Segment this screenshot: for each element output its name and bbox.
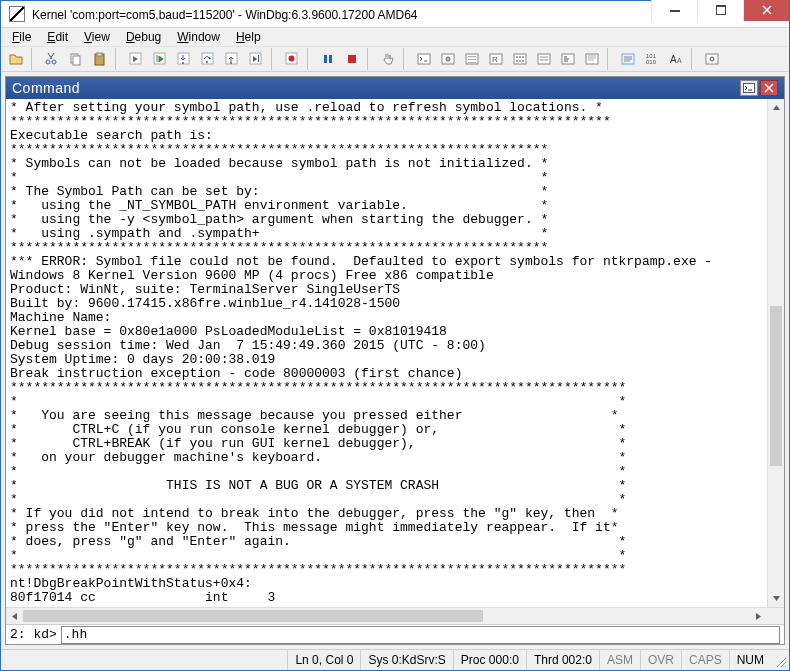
svg-rect-42 bbox=[540, 56, 548, 58]
status-caps: CAPS bbox=[681, 650, 729, 670]
pane-sys-icon[interactable] bbox=[740, 80, 758, 96]
resize-grip-icon[interactable] bbox=[771, 650, 789, 670]
scroll-v-thumb[interactable] bbox=[770, 306, 782, 466]
memory-window-icon[interactable] bbox=[509, 48, 531, 70]
svg-rect-21 bbox=[324, 55, 327, 63]
source-mode-icon[interactable] bbox=[617, 48, 639, 70]
svg-point-27 bbox=[447, 58, 449, 60]
close-button[interactable] bbox=[743, 0, 789, 21]
svg-rect-53 bbox=[744, 84, 755, 93]
svg-text:R: R bbox=[492, 55, 498, 64]
svg-rect-40 bbox=[522, 60, 524, 62]
command-window-icon[interactable] bbox=[413, 48, 435, 70]
scroll-down-icon[interactable] bbox=[768, 590, 784, 607]
go-icon[interactable] bbox=[125, 48, 147, 70]
svg-rect-2 bbox=[716, 5, 726, 7]
font-icon[interactable]: AA bbox=[665, 48, 687, 70]
menu-help[interactable]: Help bbox=[229, 28, 268, 46]
cut-icon[interactable] bbox=[41, 48, 63, 70]
status-num: NUM bbox=[729, 650, 771, 670]
scroll-h-track[interactable] bbox=[23, 608, 750, 624]
copy-icon[interactable] bbox=[65, 48, 87, 70]
svg-point-3 bbox=[46, 60, 50, 64]
scroll-up-icon[interactable] bbox=[768, 99, 784, 116]
callstack-window-icon[interactable] bbox=[533, 48, 555, 70]
status-lncol: Ln 0, Col 0 bbox=[287, 650, 360, 670]
scroll-right-icon[interactable] bbox=[750, 608, 767, 624]
svg-rect-43 bbox=[540, 59, 548, 61]
restart-icon[interactable] bbox=[149, 48, 171, 70]
menu-view[interactable]: View bbox=[77, 28, 117, 46]
svg-rect-35 bbox=[516, 56, 518, 58]
svg-rect-34 bbox=[514, 54, 526, 64]
command-pane: Command * After setting your symbol path… bbox=[5, 76, 785, 645]
status-thrd: Thrd 002:0 bbox=[526, 650, 599, 670]
hand-icon[interactable] bbox=[377, 48, 399, 70]
svg-point-20 bbox=[289, 56, 295, 62]
svg-rect-18 bbox=[258, 55, 259, 62]
scratch-pad-icon[interactable] bbox=[581, 48, 603, 70]
scroll-left-icon[interactable] bbox=[6, 608, 23, 624]
step-into-icon[interactable] bbox=[173, 48, 195, 70]
stop-icon[interactable] bbox=[341, 48, 363, 70]
window-title: Kernel 'com:port=com5,baud=115200' - Win… bbox=[32, 7, 651, 22]
status-sys: Sys 0:KdSrv:S bbox=[360, 650, 452, 670]
options-icon[interactable] bbox=[701, 48, 723, 70]
scroll-v-track[interactable] bbox=[768, 116, 784, 590]
step-over-icon[interactable] bbox=[197, 48, 219, 70]
command-input[interactable] bbox=[61, 626, 780, 644]
svg-rect-31 bbox=[468, 62, 476, 63]
registers-window-icon[interactable]: R bbox=[485, 48, 507, 70]
svg-rect-36 bbox=[519, 56, 521, 58]
svg-rect-23 bbox=[348, 55, 356, 63]
binary-mode-icon[interactable]: 101010 bbox=[641, 48, 663, 70]
locals-window-icon[interactable] bbox=[461, 48, 483, 70]
svg-rect-29 bbox=[468, 56, 476, 57]
svg-rect-38 bbox=[516, 60, 518, 62]
scroll-h-thumb[interactable] bbox=[23, 610, 483, 622]
svg-rect-22 bbox=[329, 55, 332, 63]
svg-text:010: 010 bbox=[646, 59, 657, 65]
horizontal-scrollbar[interactable] bbox=[6, 607, 784, 624]
step-out-icon[interactable] bbox=[221, 48, 243, 70]
open-icon[interactable] bbox=[5, 48, 27, 70]
command-input-line: 2: kd> bbox=[6, 624, 784, 644]
status-bar: Ln 0, Col 0 Sys 0:KdSrv:S Proc 000:0 Thr… bbox=[1, 649, 789, 670]
status-proc: Proc 000:0 bbox=[453, 650, 526, 670]
menu-window[interactable]: Window bbox=[170, 28, 227, 46]
svg-text:A: A bbox=[677, 57, 682, 64]
menu-edit[interactable]: Edit bbox=[40, 28, 75, 46]
vertical-scrollbar[interactable] bbox=[767, 99, 784, 607]
svg-point-16 bbox=[230, 62, 232, 64]
minimize-button[interactable] bbox=[651, 0, 697, 21]
pane-title-text: Command bbox=[12, 80, 80, 96]
window: Kernel 'com:port=com5,baud=115200' - Win… bbox=[0, 0, 790, 671]
breakpoint-toggle-icon[interactable] bbox=[281, 48, 303, 70]
status-ovr: OVR bbox=[640, 650, 681, 670]
toolbar: R 101010 AA bbox=[1, 46, 789, 72]
watch-window-icon[interactable] bbox=[437, 48, 459, 70]
svg-rect-30 bbox=[468, 59, 476, 60]
svg-rect-51 bbox=[706, 54, 718, 64]
svg-rect-8 bbox=[97, 53, 102, 56]
menu-file[interactable]: File bbox=[5, 28, 38, 46]
run-to-cursor-icon[interactable] bbox=[245, 48, 267, 70]
disassembly-window-icon[interactable] bbox=[557, 48, 579, 70]
svg-point-12 bbox=[182, 62, 184, 64]
pane-close-icon[interactable] bbox=[760, 80, 778, 96]
svg-point-14 bbox=[206, 61, 208, 63]
paste-icon[interactable] bbox=[89, 48, 111, 70]
title-bar[interactable]: Kernel 'com:port=com5,baud=115200' - Win… bbox=[1, 1, 789, 28]
maximize-button[interactable] bbox=[697, 0, 743, 21]
app-icon bbox=[9, 6, 25, 22]
command-output[interactable]: * After setting your symbol path, use .r… bbox=[6, 99, 767, 607]
menu-bar: File Edit View Debug Window Help bbox=[1, 28, 789, 46]
prompt-label: 2: kd> bbox=[6, 627, 61, 642]
svg-rect-39 bbox=[519, 60, 521, 62]
svg-text:A: A bbox=[670, 54, 677, 65]
break-icon[interactable] bbox=[317, 48, 339, 70]
pane-title-bar[interactable]: Command bbox=[6, 77, 784, 99]
svg-rect-24 bbox=[418, 54, 430, 64]
menu-debug[interactable]: Debug bbox=[119, 28, 168, 46]
svg-rect-6 bbox=[73, 56, 80, 65]
